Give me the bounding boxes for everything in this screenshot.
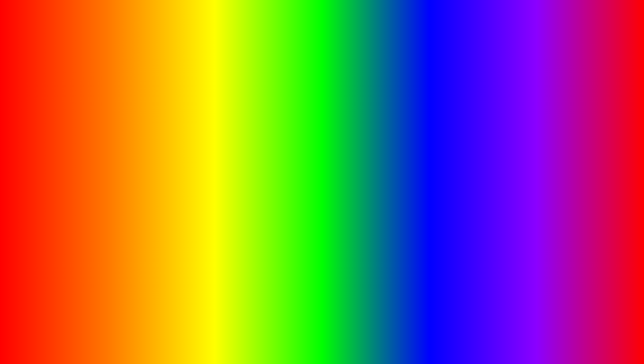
win-orange-title: ZEN HUB | VERSION X [121, 94, 160, 98]
auto-hydra-hop-checkbox[interactable] [284, 175, 289, 180]
toggle-skill-c: Use Skill C ✓ [296, 169, 360, 175]
toggle-skill-b: Use Skill B ✓ [296, 183, 360, 189]
win-blue-left: Sea King Hydra Seaking Status : YES Auto… [225, 149, 292, 190]
tab-stats-blue[interactable]: 🏃 Stats [294, 140, 313, 147]
auto-farm-level-checkbox[interactable]: ✓ [181, 128, 185, 133]
wave-icon: 🌊 [169, 105, 173, 108]
profile-icon-blue[interactable]: 👤 [345, 130, 351, 136]
home-icon-blue: 🏠 [227, 141, 231, 145]
tab-stats-orange-label: Stats [199, 105, 206, 108]
tab-stats-orange[interactable]: 🏃 Stats [191, 103, 210, 110]
script-pastebin-text: SCRIPT PASTEBIN [312, 325, 551, 355]
settings-icon-blue[interactable]: ⚙ [353, 130, 359, 136]
settings-icon[interactable]: ⚙ [250, 93, 256, 99]
auto-attack-hydra-checkbox[interactable]: ✓ [284, 161, 289, 166]
win-blue-version: VERSION X [244, 131, 264, 135]
auto-hydra-hop-label: Auto Hydra Seaking [Hop] [225, 176, 259, 179]
tab-ghostship-label: GhostShip [148, 105, 162, 108]
tab-main[interactable]: 🏠 Main [120, 103, 138, 110]
auto-new-world-label: Auto New World [121, 143, 143, 146]
main-farm-header: Main Farm [121, 114, 185, 117]
toggle-auto-farm-level: Auto Farm Level ✓ [121, 128, 185, 134]
toggle-skill-z: Use Skill Z ✓ [296, 155, 360, 161]
tab-seaking-orange[interactable]: 🌊 Sea King [166, 103, 190, 110]
android-label: ANDROID [17, 162, 129, 189]
divider-1 [121, 126, 185, 127]
skill-x-label: Use Skill X [296, 164, 310, 167]
corner-img-label: KING [575, 318, 633, 325]
tab-seaking-orange-label: Sea King [175, 105, 187, 108]
divider-2 [121, 149, 185, 149]
auto-attack-hydra-label: Auto Attack Hydra Seaking [225, 162, 260, 165]
skill-z-checkbox[interactable]: ✓ [355, 156, 359, 161]
win-blue-content: Sea King Hydra Seaking Status : YES Auto… [221, 147, 363, 192]
toggle-skill-v: Use Skill V ✓ [296, 176, 360, 182]
bg-blob-3 [391, 211, 508, 328]
bottom-text-container: AUTO FARM SCRIPT PASTEBIN [0, 315, 644, 357]
tab-main-blue-label: Main [232, 142, 239, 145]
win-blue-tabs: 🏠 Main 👻 GhostShip 🌊 Sea King 🏃 Stats [221, 138, 363, 147]
divider-sea [225, 159, 289, 160]
stats-icon-blue: 🏃 [297, 141, 301, 145]
auto-collect-chest-checkbox[interactable]: ✓ [284, 168, 289, 173]
auto-farm-near-label: Auto Farm Near [121, 136, 142, 139]
title-container: KING LEGACY [0, 7, 644, 67]
skill-b-checkbox[interactable]: ✓ [355, 184, 359, 189]
toggle-auto-hydra-hop: Auto Hydra Seaking [Hop] [225, 175, 289, 181]
win-blue-right: Auto Use Skill Use Skill Z ✓ Use Skill X… [296, 149, 360, 190]
mobile-label: MOBILE [17, 131, 110, 157]
tab-ghostship-blue[interactable]: 👻 GhostShip [243, 140, 269, 147]
auto-use-skill-header: Auto Use Skill [296, 150, 360, 154]
skill-b-label: Use Skill B [296, 185, 310, 188]
win-blue-icons: 👤 ⚙ [345, 130, 359, 136]
auto-farm-text: AUTO FARM [93, 315, 311, 357]
ghost-icon-blue: 👻 [246, 141, 250, 145]
win-orange-header: ZEN HUB | VERSION X 👤 ⚙ [118, 91, 259, 102]
tab-stats-blue-label: Stats [303, 142, 310, 145]
weapon-label: Select Weapon : Melee [195, 120, 222, 123]
sea-king-header: Sea King [225, 150, 289, 154]
tab-seaking-blue[interactable]: 🌊 Sea King [269, 140, 294, 147]
toggle-auto-attack-hydra: Auto Attack Hydra Seaking ✓ [225, 161, 289, 167]
profile-icon[interactable]: 👤 [242, 93, 248, 99]
quest-info: [Quest] : Trainer Chef [Level] : QuestLv… [121, 122, 185, 125]
skill-v-checkbox[interactable]: ✓ [355, 177, 359, 182]
stats-icon: 🏃 [194, 105, 198, 108]
skill-c-checkbox[interactable]: ✓ [355, 170, 359, 175]
window-blue: ZEN HUB | VERSION X 👤 ⚙ 🏠 Main 👻 GhostSh… [220, 127, 364, 220]
tab-ghostship-blue-label: GhostShip [251, 142, 265, 145]
auto-collect-chest-label: Auto Collect Chest Sea King [225, 169, 263, 172]
wave-icon-blue: 🌊 [273, 141, 277, 145]
win-blue-split: Sea King Hydra Seaking Status : YES Auto… [225, 149, 359, 190]
hydra-status-val: YES [253, 155, 258, 158]
hydra-status: Hydra Seaking Status : YES [225, 155, 289, 158]
config-farm-header: Config Farm [192, 114, 256, 117]
tab-main-label: Main [128, 105, 135, 108]
corner-img-sublabel: LEGACY [575, 325, 633, 328]
tab-seaking-blue-label: Sea King [278, 141, 290, 145]
corner-image: KING LEGACY [574, 270, 634, 331]
skill-v-label: Use Skill V [296, 178, 310, 181]
win-orange-icons: 👤 ⚙ [242, 93, 256, 99]
auto-farm-near-checkbox[interactable] [181, 135, 185, 140]
tab-ghostship[interactable]: 👻 GhostShip [139, 103, 165, 110]
auto-active-arma-label: Auto Active Arma [192, 139, 215, 143]
skill-x-checkbox[interactable]: ✓ [355, 163, 359, 168]
mob-info: [Mob] : Trainer Chef [Lv.250] [121, 119, 185, 122]
toggle-auto-farm-near: Auto Farm Near [121, 135, 185, 141]
win-blue-header: ZEN HUB | VERSION X 👤 ⚙ [221, 128, 363, 138]
toggle-skill-x: Use Skill X ✓ [296, 162, 360, 168]
win-orange-tabs: 🏠 Main 👻 GhostShip 🌊 Sea King 🏃 Stats [118, 102, 259, 110]
auto-new-world-checkbox[interactable] [181, 142, 185, 147]
tab-main-blue[interactable]: 🏠 Main [223, 140, 242, 147]
ghost-icon: 👻 [142, 105, 146, 108]
weapon-dropdown[interactable]: Select Weapon : Melee ▲ [192, 119, 256, 124]
main-title: KING LEGACY [122, 7, 521, 67]
skill-z-label: Use Skill Z [296, 157, 310, 160]
farm-mob-header: Farm Mob [121, 150, 185, 154]
win-blue-title: ZEN HUB | VERSION X [225, 131, 264, 135]
toggle-auto-collect-chest: Auto Collect Chest Sea King ✓ [225, 168, 289, 174]
farm-type-label: Select Farm Type : [195, 127, 217, 130]
toggle-auto-new-world: Auto New World [121, 142, 185, 148]
win-orange-left: Main Farm [Mob] : Trainer Chef [Lv.250] … [121, 112, 189, 155]
